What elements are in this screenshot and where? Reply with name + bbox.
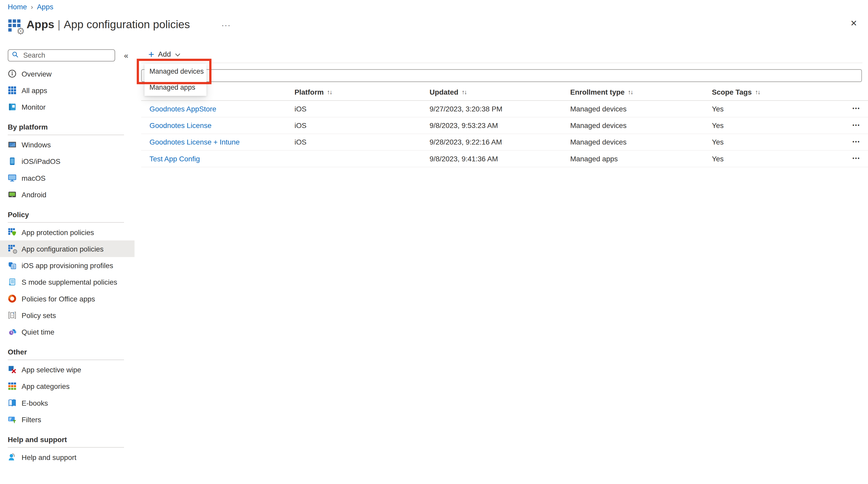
intune-app-configuration-page: Home › Apps ⚙ Apps|App configuration pol… (0, 0, 868, 484)
sidebar-item-policies-for-office-apps[interactable]: Policies for Office apps (0, 290, 134, 307)
scope-tags-cell: Yes (712, 134, 723, 150)
table-row: Goodnotes License + Intune iOS 9/28/2023… (141, 134, 868, 150)
sidebar-item-policy-sets[interactable]: Policy sets (0, 307, 134, 323)
breadcrumb-apps-link[interactable]: Apps (37, 3, 54, 11)
section-divider (8, 135, 124, 135)
breadcrumb-home-link[interactable]: Home (8, 3, 27, 11)
enrollment-type-cell: Managed devices (570, 100, 626, 117)
platform-cell: iOS (294, 117, 306, 134)
row-ellipsis-icon[interactable]: ••• (852, 139, 860, 145)
column-header-scope-tags[interactable]: Scope Tags↑↓ (712, 84, 760, 100)
row-ellipsis-icon[interactable]: ••• (852, 106, 860, 111)
sidebar-item-label: App categories (22, 382, 70, 390)
policy-link[interactable]: Goodnotes AppStore (150, 105, 216, 113)
scope-tags-cell: Yes (712, 117, 723, 134)
sidebar-item-label: Windows (22, 140, 51, 149)
sidebar-item-label: iOS/iPadOS (22, 157, 60, 165)
gear-icon: ⚙ (17, 27, 25, 36)
sidebar-item-e-books[interactable]: E-books (0, 395, 134, 411)
sidebar-item-label: App protection policies (22, 228, 94, 236)
sidebar-item-label: Policies for Office apps (22, 294, 95, 303)
sidebar-item-android[interactable]: Android (0, 186, 134, 203)
policy-link[interactable]: Test App Config (150, 154, 200, 163)
sidebar-item-app-protection-policies[interactable]: App protection policies (0, 224, 134, 240)
policy-link[interactable]: Goodnotes License (150, 121, 212, 129)
sidebar-searchbox (8, 49, 115, 61)
sidebar-item-s-mode-supplemental-policies[interactable]: S mode supplemental policies (0, 274, 134, 290)
search-input[interactable] (22, 51, 111, 60)
updated-cell: 9/27/2023, 3:20:38 PM (430, 100, 502, 117)
filters-icon (8, 415, 17, 424)
column-header-enrollment-type[interactable]: Enrollment type↑↓ (570, 84, 633, 100)
menu-item-managed-apps[interactable]: Managed apps (145, 80, 207, 96)
sidebar: « Overview All apps Monitor (0, 47, 134, 465)
filter-input[interactable] (141, 69, 862, 82)
apps-grid-icon (8, 86, 17, 95)
app-configuration-icon: ⚙ (8, 244, 17, 253)
close-icon[interactable]: ✕ (850, 18, 857, 28)
sidebar-item-app-selective-wipe[interactable]: App selective wipe (0, 361, 134, 378)
sidebar-section-other: Other App selective wipe App categories … (0, 347, 134, 428)
sidebar-item-macos[interactable]: macOS (0, 170, 134, 186)
sidebar-item-app-configuration-policies[interactable]: ⚙ App configuration policies (0, 240, 134, 257)
monitor-icon (8, 103, 17, 111)
policy-link[interactable]: Goodnotes License + Intune (150, 138, 240, 146)
macos-icon (8, 173, 17, 182)
apps-gear-icon: ⚙ (8, 18, 23, 33)
table-row: Goodnotes AppStore iOS 9/27/2023, 3:20:3… (141, 100, 868, 117)
table-header-row: Platform↑↓ Updated↑↓ Enrollment type↑↓ S… (141, 84, 868, 101)
sidebar-item-filters[interactable]: Filters (0, 411, 134, 428)
enrollment-type-cell: Managed devices (570, 117, 626, 134)
section-divider (8, 222, 124, 223)
s-mode-icon (8, 278, 17, 286)
breadcrumb-separator: › (31, 3, 33, 11)
selective-wipe-icon (8, 365, 17, 374)
add-dropdown-menu: Managed devices Managed apps (145, 64, 207, 96)
section-title: Other (0, 347, 134, 358)
menu-item-managed-devices[interactable]: Managed devices (145, 64, 207, 80)
search-icon (11, 50, 19, 60)
add-button[interactable]: + Add (148, 50, 180, 58)
sidebar-item-label: Help and support (22, 453, 76, 461)
page-header: ⚙ Apps|App configuration policies ··· ✕ (8, 17, 868, 35)
enrollment-type-cell: Managed devices (570, 134, 626, 150)
sidebar-item-quiet-time[interactable]: Quiet time (0, 323, 134, 340)
sidebar-item-all-apps[interactable]: All apps (0, 82, 134, 98)
sidebar-item-overview[interactable]: Overview (0, 65, 134, 82)
gear-icon: ⚙ (12, 249, 18, 255)
sidebar-item-label: Overview (22, 69, 52, 78)
ios-icon (8, 157, 17, 166)
table-row: Test App Config 9/8/2023, 9:41:36 AM Man… (141, 150, 868, 167)
sidebar-item-app-categories[interactable]: App categories (0, 378, 134, 394)
more-options-icon[interactable]: ··· (221, 21, 231, 29)
chevron-down-icon (175, 50, 180, 58)
sidebar-item-label: App configuration policies (22, 245, 103, 253)
ebooks-icon (8, 398, 17, 407)
row-ellipsis-icon[interactable]: ••• (852, 122, 860, 128)
sidebar-item-label: App selective wipe (22, 365, 82, 374)
breadcrumb: Home › Apps (8, 3, 53, 11)
sidebar-section-policy: Policy App protection policies ⚙ App con… (0, 209, 134, 340)
title-separator: | (54, 18, 64, 30)
sidebar-item-label: Android (22, 190, 46, 199)
collapse-sidebar-icon[interactable]: « (124, 52, 128, 59)
sidebar-item-help-and-support[interactable]: Help and support (0, 449, 134, 465)
windows-icon (8, 140, 17, 149)
sidebar-item-label: macOS (22, 174, 46, 182)
sidebar-item-ios-app-provisioning-profiles[interactable]: iOS app provisioning profiles (0, 257, 134, 274)
sidebar-item-windows[interactable]: Windows (0, 136, 134, 153)
sidebar-section-help: Help and support Help and support (0, 434, 134, 465)
sidebar-item-ios-ipados[interactable]: iOS/iPadOS (0, 153, 134, 169)
help-support-icon (8, 453, 17, 461)
sidebar-item-monitor[interactable]: Monitor (0, 98, 134, 115)
android-icon (8, 190, 17, 199)
platform-cell: iOS (294, 134, 306, 150)
main-content: + Add Platform↑↓ Updated↑↓ Enrollment ty… (141, 47, 868, 484)
office-icon (8, 294, 17, 303)
column-header-platform[interactable]: Platform↑↓ (294, 84, 332, 100)
sidebar-item-label: E-books (22, 399, 48, 407)
scope-tags-cell: Yes (712, 150, 723, 167)
column-header-updated[interactable]: Updated↑↓ (430, 84, 467, 100)
policy-sets-icon (8, 311, 17, 319)
row-ellipsis-icon[interactable]: ••• (852, 155, 860, 161)
